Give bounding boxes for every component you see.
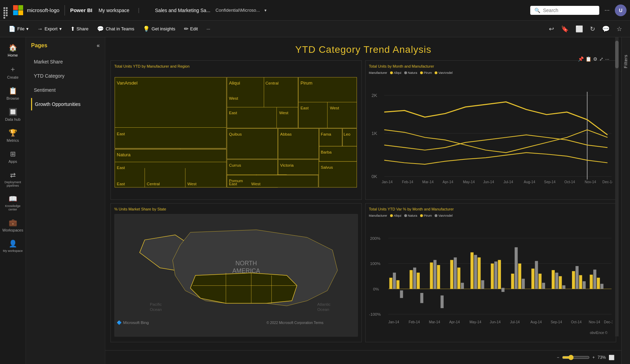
bottom-bar: − + 73% ⬜ <box>105 350 621 364</box>
expand-button[interactable]: ⤢ <box>599 56 603 62</box>
sidebar-browse-label: Browse <box>7 96 19 100</box>
file-button[interactable]: 📄 File ▾ <box>5 24 32 34</box>
export-label: Export <box>45 26 58 31</box>
edit-button[interactable]: ✏ Edit <box>181 24 201 34</box>
chart-bar[interactable]: Total Units YTD Var % by Month and Manuf… <box>365 203 617 343</box>
sidebar-item-deployment[interactable]: ⇄ Deployment pipelines <box>0 168 26 190</box>
page-item-market-share[interactable]: Market Share <box>31 56 100 68</box>
zoom-slider[interactable] <box>562 355 590 360</box>
pin-button[interactable]: 📌 <box>578 56 584 62</box>
svg-rect-110 <box>437 265 440 289</box>
zoom-label: 73% <box>598 355 606 360</box>
grid-icon[interactable] <box>3 7 10 13</box>
svg-text:Mar-14: Mar-14 <box>429 320 440 324</box>
zoom-plus-icon[interactable]: + <box>592 355 595 360</box>
sidebar-item-browse[interactable]: 📋 Browse <box>0 84 26 103</box>
nav-divider <box>65 5 65 16</box>
workspaces-icon: 💼 <box>9 218 17 227</box>
zoom-minus-icon[interactable]: − <box>557 355 559 360</box>
avatar[interactable]: U <box>615 4 627 16</box>
page-item-growth-opportunities[interactable]: Growth Opportunities <box>31 98 100 110</box>
knowledge-icon: 📖 <box>9 195 17 203</box>
chat-teams-button[interactable]: 💬 Chat in Teams <box>94 24 138 34</box>
bookmark-button[interactable]: 🔖 <box>558 23 571 35</box>
sidebar-item-myworkspace[interactable]: 👤 My workspace <box>0 237 26 255</box>
svg-rect-101 <box>393 273 396 289</box>
export-button[interactable]: → Export ▾ <box>34 24 65 34</box>
sidebar-item-workspaces[interactable]: 💼 Workspaces <box>0 216 26 235</box>
favorite-button[interactable]: ☆ <box>614 23 625 35</box>
svg-rect-102 <box>396 280 399 289</box>
sidebar-item-metrics[interactable]: 🏆 Metrics <box>0 126 26 145</box>
export-icon: → <box>37 26 43 32</box>
sidebar-create-label: Create <box>7 75 18 79</box>
page-item-sentiment[interactable]: Sentiment <box>31 84 100 96</box>
chart4-inner: 200% 100% 0% -100% <box>369 219 613 342</box>
chart-treemap[interactable]: Total Units YTD by Manufacturer and Regi… <box>110 60 362 200</box>
comment-button[interactable]: 💬 <box>599 23 612 35</box>
svg-rect-103 <box>400 290 403 298</box>
svg-rect-104 <box>409 270 413 288</box>
undo-button[interactable]: ↩ <box>546 23 557 35</box>
bar-legend-pirum: Pirum <box>420 214 432 217</box>
svg-text:Apr-14: Apr-14 <box>449 320 460 324</box>
fit-page-button[interactable]: ⬜ <box>609 355 614 360</box>
toolbar: 📄 File ▾ → Export ▾ ⬆ Share 💬 Chat in Te… <box>0 21 630 37</box>
scroll-thumb[interactable] <box>615 41 619 68</box>
workspace-label[interactable]: My workspace <box>98 8 129 13</box>
pages-collapse-button[interactable]: « <box>97 42 100 49</box>
svg-text:Nov-14: Nov-14 <box>584 180 596 184</box>
sidebar-item-knowledge[interactable]: 📖 Knowledge center <box>0 192 26 214</box>
svg-rect-139 <box>582 281 585 289</box>
svg-text:Jul-14: Jul-14 <box>510 320 520 324</box>
refresh-button[interactable]: ↻ <box>587 23 598 35</box>
svg-text:Atlantic: Atlantic <box>317 302 331 306</box>
svg-text:0K: 0K <box>371 174 377 179</box>
more-options-icon[interactable]: ··· <box>604 7 610 14</box>
chart2-inner: 2K 1K 0K <box>369 76 613 199</box>
report-title[interactable]: Sales and Marketing Sa... <box>155 8 210 13</box>
sidebar-myworkspace-label: My workspace <box>3 249 23 253</box>
report-grid: Total Units YTD by Manufacturer and Regi… <box>105 59 621 344</box>
sidebar-item-datahub[interactable]: 🔲 Data hub <box>0 105 26 124</box>
view-button[interactable]: ⬜ <box>573 23 586 35</box>
svg-text:West: West <box>330 106 339 110</box>
sidebar-item-apps[interactable]: ⊞ Apps <box>0 147 26 166</box>
treemap-svg: VanArsdel East Aliqui East West West <box>114 71 358 194</box>
svg-rect-112 <box>450 260 453 289</box>
chart-line[interactable]: Total Units by Month and Manufacturer Ma… <box>365 60 617 200</box>
svg-text:Oct-14: Oct-14 <box>571 320 581 324</box>
pages-title: Pages « <box>31 42 100 49</box>
svg-text:Apr-14: Apr-14 <box>443 180 453 184</box>
sidebar-item-home[interactable]: 🏠 Home <box>0 41 26 60</box>
search-input[interactable] <box>543 8 591 13</box>
svg-rect-137 <box>575 266 579 289</box>
chart-more-button[interactable]: ··· <box>605 56 609 62</box>
search-box[interactable]: 🔍 <box>530 6 599 15</box>
svg-text:Currus: Currus <box>229 163 241 167</box>
sidebar-item-create[interactable]: ＋ Create <box>0 62 26 82</box>
copy-button[interactable]: 📋 <box>585 56 591 62</box>
line-chart-svg: 2K 1K 0K <box>369 76 613 199</box>
share-button[interactable]: ⬆ Share <box>67 24 92 34</box>
scroll-bar[interactable] <box>615 37 619 336</box>
svg-rect-132 <box>552 270 555 288</box>
insights-button[interactable]: 💡 Get insights <box>139 24 179 34</box>
svg-text:East: East <box>229 110 237 115</box>
svg-text:East: East <box>229 181 237 186</box>
filters-label[interactable]: Filters <box>623 55 628 68</box>
toolbar-more-button[interactable]: ··· <box>203 24 214 33</box>
dropdown-icon[interactable]: ▾ <box>264 8 266 13</box>
svg-rect-130 <box>538 274 541 289</box>
page-item-ytd-category[interactable]: YTD Category <box>31 70 100 82</box>
svg-text:AMERICA: AMERICA <box>232 267 260 274</box>
apps-icon: ⊞ <box>10 150 16 158</box>
bar-legend-natura: Natura <box>404 214 417 217</box>
chart-map[interactable]: % Units Market Share by State <box>110 203 362 343</box>
svg-rect-125 <box>514 247 517 289</box>
svg-text:Salvus: Salvus <box>321 165 333 169</box>
edit-label: Edit <box>190 26 198 31</box>
filter-button[interactable]: ⚙ <box>593 56 598 62</box>
svg-text:Feb-14: Feb-14 <box>402 180 413 184</box>
legend-vanarsdel: VanArsdel <box>435 71 453 75</box>
